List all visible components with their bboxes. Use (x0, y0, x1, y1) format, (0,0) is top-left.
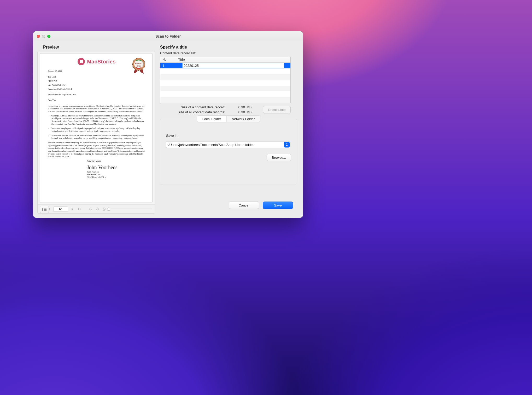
svg-rect-13 (44, 210, 46, 211)
specify-heading: Specify a title (160, 45, 299, 50)
letter-salutation: Dear Tim, (48, 99, 145, 102)
size-one-label: Size of a content data record: (160, 105, 227, 109)
tab-local-folder[interactable]: Local Folder (197, 116, 226, 122)
view-mode-button[interactable] (40, 206, 49, 213)
col-title[interactable]: Title (176, 57, 290, 62)
svg-line-7 (103, 208, 105, 210)
minimize-button (42, 35, 45, 38)
save-in-input[interactable] (166, 143, 283, 147)
letter-paragraph: I am writing in response to your propose… (48, 105, 145, 113)
macstories-logo-icon (78, 58, 85, 65)
table-row (160, 68, 290, 74)
folder-type-segmented: Local Folder Network Folder (195, 116, 262, 122)
size-unit: MB (245, 105, 254, 109)
chevron-updown-icon[interactable] (284, 142, 290, 148)
tab-network-folder[interactable]: Network Folder (226, 116, 260, 122)
svg-rect-9 (42, 209, 43, 210)
zoom-button[interactable] (47, 35, 50, 38)
table-row (160, 74, 290, 80)
preview-card: MacStories (37, 51, 155, 214)
record-table: No. Title 1 (160, 57, 291, 103)
svg-rect-12 (44, 209, 46, 210)
letter-addr: Cupertino, California 95014 (48, 88, 145, 91)
svg-rect-8 (42, 208, 43, 209)
letter-sig-line: Chief Financial Officer (87, 176, 145, 179)
delete-page-icon[interactable] (102, 207, 107, 211)
record-list-label: Content data record list: (160, 51, 299, 55)
svg-rect-11 (44, 208, 46, 209)
cancel-button[interactable]: Cancel (229, 202, 259, 209)
preview-pane: Preview MacStories (37, 45, 155, 214)
size-all-label: Size of all content data records: (160, 110, 227, 114)
browse-button[interactable]: Browse... (267, 154, 291, 161)
last-page-icon[interactable] (77, 207, 81, 211)
preview-page: MacStories (40, 54, 153, 202)
recalculate-button: Recalculate (263, 106, 291, 113)
size-unit: MB (245, 110, 254, 114)
rotate-right-icon[interactable] (95, 207, 100, 211)
zoom-slider[interactable] (109, 209, 153, 209)
letter-subject: Re: MacStories Acquisition Offer (48, 93, 145, 96)
rotate-left-icon[interactable] (88, 207, 93, 211)
svg-text:QUALITY: QUALITY (137, 66, 141, 67)
page-number-input[interactable] (53, 207, 68, 212)
svg-text:VITICCI: VITICCI (135, 63, 142, 65)
window-title: Scan to Folder (33, 34, 303, 38)
letter-addr: One Apple Park Way (48, 84, 145, 87)
table-row (160, 80, 290, 86)
scan-to-folder-window: Scan to Folder Preview MacStories (33, 31, 303, 218)
letter-addr: Apple Park (48, 80, 145, 82)
letter-closing: Very truly yours, (87, 160, 145, 163)
save-in-combo[interactable] (166, 141, 290, 148)
letter-bullet: Our legal team has analyzed the relevant… (51, 115, 145, 126)
table-row (160, 91, 290, 97)
preview-heading: Preview (43, 45, 155, 50)
table-row (160, 97, 290, 103)
dialog-footer: Cancel Save (229, 202, 293, 209)
preview-toolbar (38, 204, 155, 213)
letter-signature: John Voorhees (87, 164, 145, 171)
title-input[interactable] (182, 63, 284, 68)
size-all-value: 0.30 (227, 110, 245, 114)
save-in-label: Save in: (166, 134, 291, 138)
specify-pane: Specify a title Content data record list… (160, 45, 299, 214)
viticci-seal-icon: VITICCI SEAL OF QUALITY (129, 56, 148, 75)
letter-body: January 25, 2022 Tim Cook Apple Park One… (48, 70, 145, 179)
save-button[interactable]: Save (263, 202, 293, 209)
titlebar: Scan to Folder (33, 31, 303, 41)
letter-brand: MacStories (87, 58, 116, 65)
table-row[interactable]: 1 (160, 63, 290, 68)
letter-paragraph: Notwithstanding all of the foregoing, th… (48, 142, 145, 158)
letter-addr: Tim Cook (48, 76, 145, 79)
traffic-lights (37, 35, 50, 38)
letter-sig-line: John Voorhees (87, 171, 145, 174)
letter-bullet: MacStories' nascent software business al… (51, 134, 145, 140)
svg-rect-10 (42, 210, 43, 211)
letter-sig-line: MacStories, Inc. (87, 173, 145, 176)
next-page-icon[interactable] (70, 207, 75, 211)
col-no[interactable]: No. (160, 57, 176, 62)
table-header: No. Title (160, 57, 290, 63)
table-row (160, 86, 290, 91)
size-one-value: 0.30 (227, 105, 245, 109)
folder-groupbox: Local Folder Network Folder Save in: Bro… (160, 119, 297, 185)
letter-bullet: Moreover, merging our stable of podcast … (51, 127, 145, 133)
row-no: 1 (160, 64, 176, 68)
close-button[interactable] (37, 35, 40, 38)
